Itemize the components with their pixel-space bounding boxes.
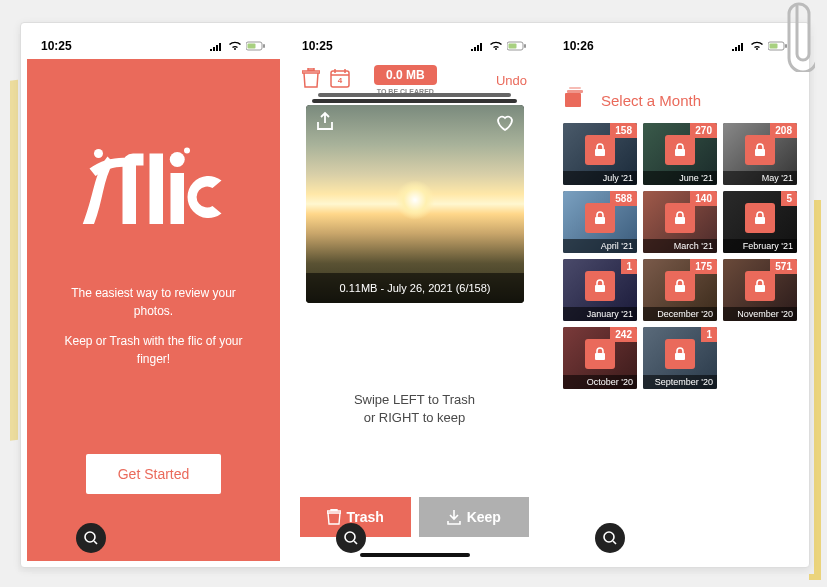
undo-button[interactable]: Undo — [496, 73, 527, 88]
months-content: Select a Month 158July '21270June '21208… — [549, 59, 802, 561]
welcome-content: The easiest way to review your photos. K… — [27, 59, 280, 561]
zoom-button-screen-2[interactable] — [336, 523, 366, 553]
wifi-icon — [489, 41, 503, 51]
home-indicator — [360, 553, 470, 557]
wifi-icon — [228, 41, 242, 51]
svg-rect-5 — [170, 173, 184, 224]
status-bar: 10:25 — [27, 29, 280, 59]
svg-rect-2 — [248, 44, 256, 49]
app-logo — [79, 143, 229, 226]
month-label: February '21 — [723, 239, 797, 253]
calendar-day-number: 4 — [330, 76, 350, 85]
month-label: November '20 — [723, 307, 797, 321]
lock-icon — [585, 203, 615, 233]
svg-point-30 — [345, 532, 355, 542]
month-label: March '21 — [643, 239, 717, 253]
svg-rect-28 — [675, 353, 685, 360]
svg-point-6 — [169, 152, 184, 167]
month-tile[interactable]: 1January '21 — [563, 259, 637, 321]
trash-bin-icon[interactable] — [302, 68, 320, 92]
background-strip-right — [809, 200, 821, 580]
svg-rect-25 — [675, 285, 685, 292]
month-label: January '21 — [563, 307, 637, 321]
month-tile[interactable]: 1September '20 — [643, 327, 717, 389]
status-time: 10:25 — [41, 39, 72, 53]
month-count-badge: 5 — [781, 191, 797, 206]
share-icon[interactable] — [314, 111, 336, 137]
svg-point-29 — [85, 532, 95, 542]
photo-card-stack[interactable]: 0.11MB - July 26, 2021 (6/158) — [306, 105, 523, 303]
svg-rect-20 — [755, 149, 765, 156]
lock-icon — [665, 203, 695, 233]
month-label: October '20 — [563, 375, 637, 389]
month-tile[interactable]: 208May '21 — [723, 123, 797, 185]
months-header: Select a Month — [549, 77, 802, 115]
get-started-button[interactable]: Get Started — [86, 454, 222, 494]
svg-rect-23 — [755, 217, 765, 224]
status-bar: 10:26 — [549, 29, 802, 59]
clear-size-indicator: 0.0 MB TO BE CLEARED — [374, 65, 437, 95]
status-bar: 10:25 — [288, 29, 541, 59]
lock-icon — [665, 271, 695, 301]
month-label: September '20 — [643, 375, 717, 389]
swipe-hint-line-1: Swipe LEFT to Trash — [288, 391, 541, 409]
keep-button[interactable]: Keep — [419, 497, 530, 537]
photo-card[interactable]: 0.11MB - July 26, 2021 (6/158) — [306, 105, 524, 303]
svg-point-31 — [604, 532, 614, 542]
signal-icon — [471, 41, 485, 51]
month-label: June '21 — [643, 171, 717, 185]
status-indicators — [732, 41, 788, 51]
signal-icon — [732, 41, 746, 51]
svg-rect-15 — [565, 93, 581, 107]
photo-meta-overlay: 0.11MB - July 26, 2021 (6/158) — [306, 273, 524, 303]
zoom-button-screen-1[interactable] — [76, 523, 106, 553]
swipe-hint: Swipe LEFT to Trash or RIGHT to keep — [288, 391, 541, 427]
month-label: December '20 — [643, 307, 717, 321]
month-tile[interactable]: 242October '20 — [563, 327, 637, 389]
svg-rect-16 — [567, 90, 583, 93]
heart-icon[interactable] — [494, 111, 516, 137]
download-icon — [447, 509, 461, 525]
zoom-button-screen-3[interactable] — [595, 523, 625, 553]
month-tile[interactable]: 5February '21 — [723, 191, 797, 253]
month-tile[interactable]: 158July '21 — [563, 123, 637, 185]
month-tile[interactable]: 588April '21 — [563, 191, 637, 253]
svg-rect-24 — [595, 285, 605, 292]
svg-point-3 — [94, 149, 103, 158]
month-tile[interactable]: 571November '20 — [723, 259, 797, 321]
lock-icon — [745, 135, 775, 165]
magnifier-icon — [84, 531, 98, 545]
svg-rect-10 — [509, 44, 517, 49]
review-content: 4 0.0 MB TO BE CLEARED Undo — [288, 59, 541, 561]
lock-icon — [745, 203, 775, 233]
status-time: 10:25 — [302, 39, 333, 53]
svg-rect-22 — [675, 217, 685, 224]
month-grid: 158July '21270June '21208May '21588April… — [549, 115, 802, 397]
photo-preview-sun — [395, 180, 435, 220]
calendar-icon[interactable]: 4 — [330, 68, 350, 92]
svg-rect-1 — [263, 44, 265, 48]
keep-button-label: Keep — [467, 509, 501, 525]
status-indicators — [471, 41, 527, 51]
month-tile[interactable]: 175December '20 — [643, 259, 717, 321]
trash-icon — [327, 509, 341, 525]
phone-screen-welcome: 10:25 The ea — [27, 29, 280, 561]
svg-rect-18 — [595, 149, 605, 156]
lock-icon — [745, 271, 775, 301]
lock-icon — [665, 135, 695, 165]
svg-rect-4 — [149, 154, 163, 225]
month-tile[interactable]: 270June '21 — [643, 123, 717, 185]
svg-rect-17 — [569, 87, 581, 89]
photos-stack-icon[interactable] — [563, 87, 585, 113]
battery-icon — [768, 41, 788, 51]
svg-rect-21 — [595, 217, 605, 224]
svg-point-7 — [184, 148, 190, 154]
phone-screen-review: 10:25 4 0.0 MB TO BE CLEARED — [288, 29, 541, 561]
action-buttons: Trash Keep — [288, 497, 541, 553]
welcome-tagline-1: The easiest way to review your photos. — [27, 284, 280, 320]
magnifier-icon — [344, 531, 358, 545]
svg-rect-19 — [675, 149, 685, 156]
lock-icon — [585, 135, 615, 165]
select-month-title: Select a Month — [601, 92, 701, 109]
month-tile[interactable]: 140March '21 — [643, 191, 717, 253]
